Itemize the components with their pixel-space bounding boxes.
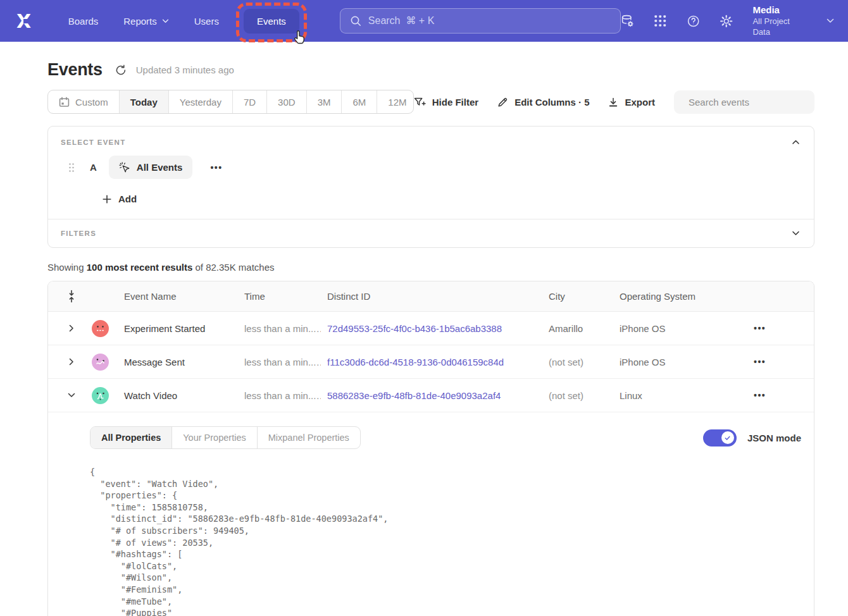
plus-icon (103, 195, 111, 204)
distinct-id-link[interactable]: f11c30d6-dc6d-4518-9136-0d046159c84d (327, 357, 504, 367)
results-suffix: of 82.35K matches (192, 262, 274, 273)
col-header-os[interactable]: Operating System (613, 291, 735, 302)
results-prefix: Showing (47, 262, 87, 273)
events-table: Event Name Time Distinct ID City Operati… (47, 281, 814, 616)
global-search-input[interactable] (368, 15, 611, 27)
sort-order-icon[interactable] (67, 290, 76, 303)
chevron-down-icon[interactable] (826, 18, 834, 23)
date-range-label: 7D (244, 97, 256, 108)
select-event-header: SELECT EVENT (48, 126, 814, 146)
collapse-row-icon[interactable] (68, 393, 75, 398)
row-menu-button[interactable]: ••• (735, 323, 814, 333)
json-mode-toggle[interactable] (703, 429, 737, 447)
date-range-3m[interactable]: 3M (307, 90, 342, 113)
date-range-7d[interactable]: 7D (233, 90, 267, 113)
edit-columns-label: Edit Columns · 5 (514, 97, 589, 108)
distinct-id-link[interactable]: 72d49553-25fc-4f0c-b436-1b5ac6ab3388 (327, 323, 502, 334)
event-os: Linux (613, 390, 735, 401)
tab-label: Mixpanel Properties (268, 433, 349, 443)
tab-mixpanel-properties[interactable]: Mixpanel Properties (258, 427, 360, 448)
event-avatar (92, 387, 109, 404)
table-header-row: Event Name Time Distinct ID City Operati… (48, 281, 814, 312)
nav-item-label: Events (257, 16, 286, 27)
date-range-label: Today (130, 97, 158, 108)
event-avatar (92, 354, 109, 371)
search-icon (350, 15, 361, 27)
row-menu-button[interactable]: ••• (735, 390, 814, 400)
toolbar-actions: Hide Filter Edit Columns · 5 Export (414, 90, 814, 114)
edit-columns-button[interactable]: Edit Columns · 5 (497, 97, 589, 108)
col-header-city[interactable]: City (542, 291, 613, 302)
table-row[interactable]: Experiment Started less than a min... 72… (48, 312, 814, 345)
table-row-expanded[interactable]: Watch Video less than a min... 5886283e-… (48, 379, 814, 412)
chevron-up-icon[interactable] (792, 140, 800, 145)
distinct-id-link[interactable]: 5886283e-e9fb-48fb-81de-40e9093a2af4 (327, 390, 501, 401)
calendar-icon (59, 97, 70, 108)
row-menu-button[interactable]: ••• (735, 357, 814, 367)
event-city: Amarillo (542, 323, 613, 334)
global-search[interactable] (340, 8, 621, 34)
add-label: Add (118, 194, 137, 204)
search-events[interactable] (674, 90, 814, 114)
filters-section[interactable]: FILTERS (48, 219, 814, 247)
search-events-input[interactable] (689, 97, 814, 108)
hide-filter-button[interactable]: Hide Filter (414, 97, 478, 108)
nav-item-events[interactable]: Events (244, 9, 299, 34)
col-header-event-name[interactable]: Event Name (118, 291, 238, 302)
export-label: Export (625, 97, 655, 108)
main-content: Events Updated 3 minutes ago Custom Toda… (0, 60, 848, 616)
event-step-more-button[interactable]: ••• (210, 163, 222, 173)
select-event-label: SELECT EVENT (61, 139, 126, 146)
date-range-label: 3M (318, 97, 331, 108)
nav-item-boards[interactable]: Boards (59, 9, 108, 33)
all-events-selector[interactable]: All Events (109, 156, 193, 179)
tab-your-properties[interactable]: Your Properties (172, 427, 257, 448)
add-event-button[interactable]: Add (103, 194, 814, 204)
nav-item-label: Boards (68, 16, 99, 27)
drag-handle-icon[interactable] (68, 163, 75, 173)
date-range-custom[interactable]: Custom (48, 90, 120, 113)
event-avatar (92, 320, 109, 337)
top-navbar: X Boards Reports Users Events (0, 0, 848, 42)
event-os: iPhone OS (613, 357, 735, 367)
tab-all-properties[interactable]: All Properties (90, 427, 172, 448)
nav-item-users[interactable]: Users (185, 9, 228, 33)
toolbar: Custom Today Yesterday 7D 30D 3M 6M 12M … (47, 90, 814, 114)
page-header: Events Updated 3 minutes ago (47, 60, 814, 80)
chevron-down-icon[interactable] (792, 231, 800, 236)
event-name: Message Sent (118, 357, 238, 367)
project-switcher[interactable]: Media All Project Data (752, 4, 805, 37)
col-header-distinct-id[interactable]: Distinct ID (321, 291, 542, 302)
date-range-6m[interactable]: 6M (342, 90, 377, 113)
page-title: Events (47, 60, 103, 80)
properties-tabs: All Properties Your Properties Mixpanel … (90, 426, 361, 449)
nav-item-label: Users (194, 16, 219, 27)
refresh-icon[interactable] (115, 65, 127, 76)
help-icon[interactable] (687, 14, 700, 28)
date-range-today[interactable]: Today (120, 90, 169, 113)
nav-item-label: Reports (123, 16, 157, 27)
date-range-30d[interactable]: 30D (267, 90, 307, 113)
date-range-12m[interactable]: 12M (377, 90, 413, 113)
expand-row-icon[interactable] (69, 324, 74, 332)
table-row[interactable]: Message Sent less than a min... f11c30d6… (48, 345, 814, 379)
export-button[interactable]: Export (608, 97, 655, 108)
data-management-icon[interactable] (621, 14, 634, 28)
json-mode-label: JSON mode (747, 433, 801, 443)
event-city: (not set) (542, 357, 613, 367)
col-header-time[interactable]: Time (238, 291, 321, 302)
date-range-label: Yesterday (180, 97, 221, 108)
event-time: less than a min... (244, 323, 316, 334)
mixpanel-logo-icon[interactable]: X (16, 10, 37, 32)
expand-row-icon[interactable] (69, 358, 74, 366)
date-range-yesterday[interactable]: Yesterday (169, 90, 233, 113)
event-time: less than a min... (244, 390, 316, 401)
date-range-label: 30D (278, 97, 296, 108)
event-step-row: A All Events ••• (68, 156, 814, 179)
nav-item-reports[interactable]: Reports (114, 9, 178, 33)
date-range-label: Custom (75, 97, 108, 108)
date-range-label: 6M (352, 97, 366, 108)
settings-gear-icon[interactable] (720, 14, 733, 28)
apps-grid-icon[interactable] (654, 14, 667, 28)
filter-funnel-icon (414, 97, 426, 108)
